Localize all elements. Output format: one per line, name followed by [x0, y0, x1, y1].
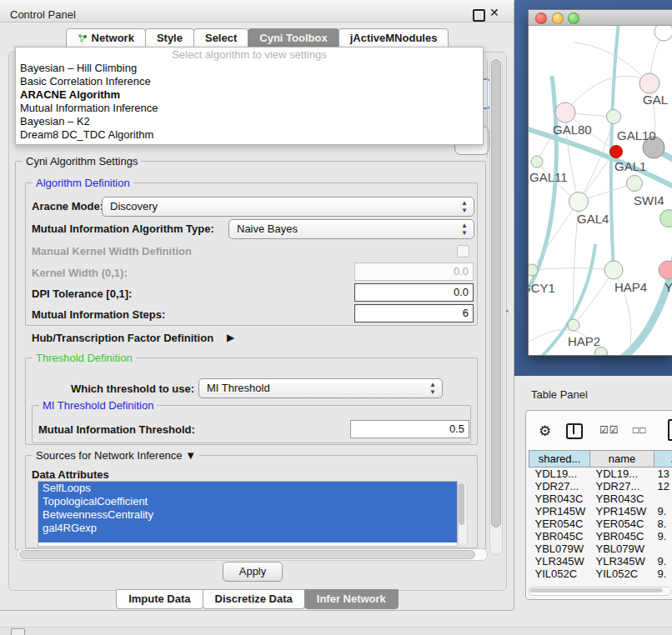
node-gcy1[interactable] — [529, 264, 538, 276]
window-minimize-icon[interactable] — [552, 12, 564, 24]
mi-threshold-input[interactable]: 0.5 — [350, 420, 469, 438]
tab-jactivemnodules[interactable]: jActiveMNodules — [339, 28, 449, 48]
settings-vertical-scrollbar[interactable] — [489, 57, 503, 555]
table-row[interactable]: YBR045CYBR045C9. — [529, 530, 672, 542]
mi-threshold-label: Mutual Information Threshold: — [38, 423, 195, 436]
table-horizontal-scrollbar[interactable] — [528, 587, 671, 596]
node-label: SWI4 — [634, 193, 664, 208]
node-gal-pink[interactable] — [639, 73, 659, 93]
dpi-tolerance-label: DPI Tolerance [0,1]: — [32, 288, 132, 300]
control-panel-title: Control Panel — [10, 8, 76, 21]
float-window-icon[interactable] — [473, 9, 485, 22]
gear-icon[interactable]: ⚙ — [539, 422, 551, 440]
bottom-tab-impute-data[interactable]: Impute Data — [116, 589, 203, 609]
settings-scrollbar-thumb[interactable] — [491, 59, 501, 528]
window-close-icon[interactable] — [535, 12, 547, 24]
manual-kernel-width-checkbox[interactable] — [457, 245, 469, 258]
which-threshold-combobox[interactable]: MI Threshold ▲▼ — [198, 378, 443, 398]
attributes-scrollbar-thumb[interactable] — [459, 483, 464, 525]
node-label: GCY1 — [529, 281, 555, 295]
node-label: Y — [664, 280, 672, 294]
tab-network[interactable]: Network — [66, 28, 146, 48]
node-unlabeled-top[interactable] — [654, 26, 672, 41]
node-gal80[interactable] — [555, 102, 575, 122]
list-item[interactable]: TopologicalCoefficient — [38, 495, 457, 508]
data-attributes-label: Data Attributes — [32, 468, 109, 481]
node-table[interactable]: shared...nameA YDL19...YDL19...13YDR27..… — [529, 450, 672, 580]
mi-algorithm-type-combobox[interactable]: Naive Bayes ▲▼ — [228, 219, 474, 239]
table-panel: ⚙ ☑☑ □□ shared...nameA YDL19...YDL19...1… — [525, 410, 672, 600]
column-header[interactable]: A — [654, 451, 672, 468]
network-edge[interactable] — [532, 268, 614, 270]
table-row[interactable]: YBL079WYBL079W — [529, 542, 672, 555]
list-item[interactable]: BetweennessCentrality — [38, 508, 457, 522]
table-row[interactable]: YPR145WYPR145W9. — [529, 505, 672, 518]
network-edge[interactable] — [532, 202, 579, 270]
list-item-partial[interactable] — [38, 535, 457, 542]
tab-select[interactable]: Select — [193, 28, 248, 48]
select-all-checkboxes-icon[interactable]: ☑☑ — [599, 424, 619, 436]
algorithm-dropdown-popup[interactable]: Select algorithm to view settings Bayesi… — [15, 47, 484, 145]
column-header[interactable]: name — [590, 451, 654, 468]
node-label: HAP2 — [568, 334, 600, 348]
column-header[interactable]: shared... — [529, 451, 590, 468]
node-hap2[interactable] — [568, 319, 579, 331]
table-row[interactable]: YIL052CYIL052C9. — [529, 568, 672, 580]
dropdown-item[interactable]: Mutual Information Inference — [16, 102, 483, 115]
dropdown-item[interactable]: Bayesian – K2 — [16, 115, 483, 128]
tab-style[interactable]: Style — [145, 28, 194, 48]
network-view-window[interactable]: GALGAL80GAL10GAL1GAL11SWI4GAL4GCY1HAP4YH… — [528, 9, 672, 356]
deselect-all-checkboxes-icon[interactable]: □□ — [633, 424, 647, 436]
node-swi4[interactable] — [660, 210, 672, 228]
export-table-icon[interactable] — [668, 419, 672, 441]
table-row[interactable]: YDL19...YDL19...13 — [529, 468, 672, 481]
tab-cyni-toolbox[interactable]: Cyni Toolbox — [248, 28, 339, 48]
apply-button[interactable]: Apply — [223, 562, 283, 582]
table-row[interactable]: YDR27...YDR27...12 — [529, 480, 672, 492]
network-graph: GALGAL80GAL10GAL1GAL11SWI4GAL4GCY1HAP4YH… — [529, 26, 672, 355]
node-gal1[interactable] — [627, 176, 643, 192]
network-window-titlebar[interactable] — [529, 10, 672, 26]
table-row[interactable]: YLR345WYLR345W9. — [529, 555, 672, 568]
panel-border-fragment — [487, 60, 488, 158]
mi-steps-input[interactable]: 6 — [354, 304, 474, 322]
disclosure-arrow-icon[interactable]: ▶ — [227, 332, 234, 343]
table-row[interactable]: YBR043CYBR043C — [529, 492, 672, 505]
node-label: GAL10 — [617, 128, 656, 142]
splitter-collapse-icon[interactable]: ◂ — [505, 308, 509, 313]
settings-horizontal-scrollbar[interactable] — [17, 548, 488, 561]
dropdown-item[interactable]: ARACNE Algorithm — [16, 88, 483, 102]
columns-icon[interactable] — [566, 423, 583, 439]
mi-steps-label: Mutual Information Steps: — [32, 308, 165, 321]
bottom-tab-discretize-data[interactable]: Discretize Data — [203, 589, 305, 609]
close-icon[interactable]: ✕ — [489, 8, 499, 18]
network-edge[interactable] — [574, 270, 614, 325]
table-row[interactable]: YER054CYER054C8. — [529, 518, 672, 530]
threshold-definition-legend: Threshold Definition — [33, 352, 136, 364]
node-red[interactable] — [610, 146, 623, 158]
dropdown-item[interactable]: Basic Correlation Inference — [16, 75, 483, 88]
kernel-width-input[interactable]: 0.0 — [354, 262, 474, 281]
node-gal10[interactable] — [607, 110, 621, 124]
node-hap4[interactable] — [604, 261, 623, 279]
dropdown-item[interactable]: Bayesian – Hill Climbing — [16, 62, 483, 75]
network-icon — [78, 33, 88, 43]
dropdown-item[interactable]: Dream8 DC_TDC Algorithm — [16, 128, 483, 142]
bottom-tab-infer-network[interactable]: Infer Network — [304, 589, 399, 609]
dpi-tolerance-input[interactable]: 0.0 — [354, 283, 474, 302]
table-hscrollbar-thumb[interactable] — [529, 588, 663, 592]
node-gal4[interactable] — [569, 192, 589, 212]
bottom-strip — [0, 628, 672, 635]
minimized-panel-icon[interactable] — [11, 628, 25, 635]
aracne-mode-combobox[interactable]: Discovery ▲▼ — [102, 197, 474, 217]
node-pink-right[interactable] — [659, 261, 672, 279]
window-zoom-icon[interactable] — [568, 12, 579, 24]
network-edge[interactable] — [565, 76, 649, 112]
network-canvas[interactable]: GALGAL80GAL10GAL1GAL11SWI4GAL4GCY1HAP4YH… — [529, 26, 672, 355]
settings-hscrollbar-thumb[interactable] — [19, 550, 475, 559]
data-attributes-list[interactable]: SelfLoopsTopologicalCoefficientBetweenne… — [38, 481, 458, 547]
list-item[interactable]: SelfLoops — [38, 482, 457, 495]
algorithm-placeholder: Select algorithm to view settings — [16, 48, 483, 62]
node-gal11[interactable] — [531, 156, 543, 168]
list-item[interactable]: gal4RGexp — [38, 522, 457, 535]
